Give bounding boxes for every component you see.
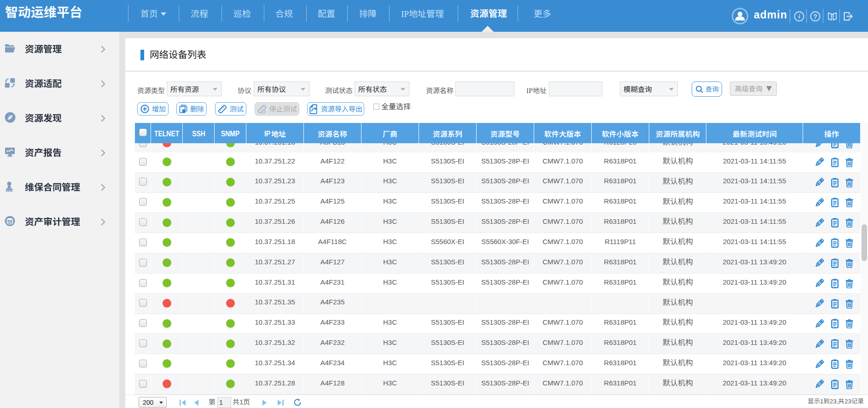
svg-text:i: i [798, 13, 800, 20]
svg-text:?: ? [813, 13, 817, 20]
